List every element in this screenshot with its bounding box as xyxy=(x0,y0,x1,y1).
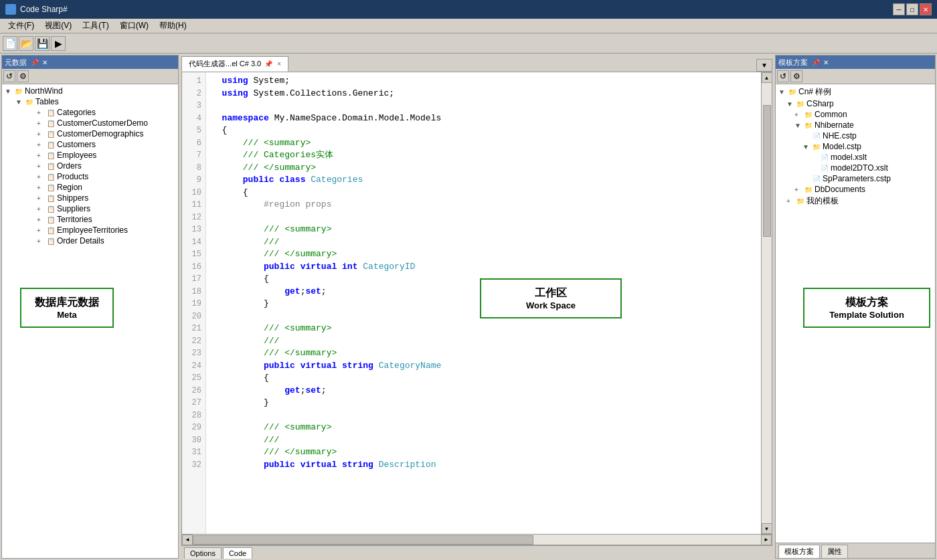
tree-table-item[interactable]: +📋EmployeeTerritories xyxy=(35,225,177,236)
code-line: public virtual string Description xyxy=(211,459,756,472)
tree-file-item[interactable]: 📄model2DTO.xslt xyxy=(809,163,934,173)
scroll-thumb xyxy=(193,535,533,545)
tree-folder-item[interactable]: +📁DbDocuments xyxy=(793,184,934,195)
menu-help[interactable]: 帮助(H) xyxy=(154,19,192,33)
line-number: 13 xyxy=(182,223,205,236)
line-number: 18 xyxy=(182,286,205,298)
menu-window[interactable]: 窗口(W) xyxy=(114,19,154,33)
right-panel-title: 模板方案 xyxy=(778,58,808,68)
tree-table-item[interactable]: +📋Customers xyxy=(35,139,177,150)
tree-table-item[interactable]: +📋Employees xyxy=(35,150,177,161)
tree-table-item[interactable]: +📋Shippers xyxy=(35,193,177,203)
meta-settings-button[interactable]: ⚙ xyxy=(17,70,29,82)
tab-nav-button[interactable]: ▼ xyxy=(756,59,772,72)
line-number: 19 xyxy=(182,298,205,310)
new-file-button[interactable]: 📄 xyxy=(3,36,17,51)
right-panel-close[interactable]: ✕ xyxy=(822,59,830,66)
tree-folder-item[interactable]: ▼📁Nhibernate xyxy=(793,120,934,130)
tree-file-item[interactable]: 📄model.xslt xyxy=(809,152,934,163)
minimize-button[interactable]: ─ xyxy=(893,3,905,15)
tree-table-item[interactable]: +📋Categories xyxy=(35,107,177,118)
tree-tables[interactable]: ▼ 📁 Tables xyxy=(14,96,177,107)
tree-table-item[interactable]: +📋Region xyxy=(35,182,177,193)
code-line xyxy=(211,211,756,224)
line-number: 24 xyxy=(182,360,205,373)
scroll-right-button[interactable]: ► xyxy=(761,535,772,545)
scroll-up-button[interactable]: ▲ xyxy=(762,72,772,83)
menu-view[interactable]: 视图(V) xyxy=(39,19,77,33)
open-file-button[interactable]: 📂 xyxy=(19,36,33,51)
line-number: 7 xyxy=(182,149,205,162)
meta-refresh-button[interactable]: ↺ xyxy=(3,70,15,82)
properties-tab[interactable]: 属性 xyxy=(821,545,848,558)
code-line: /// <summary> xyxy=(211,322,756,335)
right-panel-pin[interactable]: 📌 xyxy=(811,59,821,66)
line-number: 2 xyxy=(182,88,205,100)
code-line: } xyxy=(211,397,756,409)
line-number: 30 xyxy=(182,434,205,447)
maximize-button[interactable]: □ xyxy=(906,3,918,15)
template-solution-tab[interactable]: 模板方案 xyxy=(778,545,820,558)
left-panel-close[interactable]: ✕ xyxy=(41,59,49,66)
tree-table-item[interactable]: +📋Suppliers xyxy=(35,203,177,214)
line-number: 29 xyxy=(182,422,205,434)
code-line: #region props xyxy=(211,199,756,211)
line-numbers: 1234567891011121314151617181920212223242… xyxy=(182,72,206,534)
vertical-scrollbar[interactable]: ▲ ▼ xyxy=(761,72,772,534)
menu-tools[interactable]: 工具(T) xyxy=(77,19,114,33)
scroll-down-button[interactable]: ▼ xyxy=(762,523,772,534)
tree-folder-item[interactable]: +📁我的模板 xyxy=(785,195,934,207)
line-number: 5 xyxy=(182,124,205,137)
tree-table-item[interactable]: +📋Order Details xyxy=(35,236,177,246)
line-number: 23 xyxy=(182,347,205,360)
code-line xyxy=(211,409,756,422)
save-button[interactable]: 💾 xyxy=(35,36,50,51)
left-annotation-en: Meta xyxy=(35,310,99,320)
code-line: { xyxy=(211,187,756,199)
code-line: /// Categories实体 xyxy=(211,149,756,162)
tree-root-label: NorthWind xyxy=(25,86,63,96)
template-refresh-button[interactable]: ↺ xyxy=(777,70,789,82)
tree-table-item[interactable]: +📋Orders xyxy=(35,161,177,171)
code-line: namespace My.NameSpace.Domain.Model.Mode… xyxy=(211,112,756,125)
line-number: 22 xyxy=(182,335,205,348)
menu-file[interactable]: 文件(F) xyxy=(3,19,39,33)
center-annotation-en: Work Space xyxy=(495,300,607,310)
tree-file-item[interactable]: 📄NHE.cstp xyxy=(801,130,934,141)
scroll-left-button[interactable]: ◄ xyxy=(182,535,193,545)
tree-table-item[interactable]: +📋CustomerDemographics xyxy=(35,128,177,139)
tree-folder-item[interactable]: +📁Common xyxy=(793,109,934,120)
tree-table-item[interactable]: +📋Products xyxy=(35,171,177,182)
options-tab[interactable]: Options xyxy=(184,547,222,559)
code-line: /// </summary> xyxy=(211,248,756,261)
left-annotation-cn: 数据库元数据 xyxy=(35,296,99,310)
center-panel: 代码生成器...el C# 3.0 📌 × ▼ 1234567891011121… xyxy=(181,55,772,559)
main-layout: 元数据 📌 ✕ ↺ ⚙ ▼ 📁 NorthWind ▼ 📁 xyxy=(0,54,937,560)
right-tree-root[interactable]: ▼📁Cn# 样例 xyxy=(777,86,934,98)
code-tab[interactable]: Code xyxy=(223,547,252,559)
right-bottom-tabs: 模板方案 属性 xyxy=(776,543,935,558)
line-number: 6 xyxy=(182,137,205,150)
tree-folder-item[interactable]: ▼📁Model.cstp xyxy=(801,141,934,152)
left-panel-pin[interactable]: 📌 xyxy=(29,59,40,66)
run-button[interactable]: ▶ xyxy=(51,36,66,51)
code-line: using System; xyxy=(211,75,756,88)
tree-folder-item[interactable]: ▼📁CSharp xyxy=(785,98,934,109)
tree-table-item[interactable]: +📋Territories xyxy=(35,214,177,225)
tree-root[interactable]: ▼ 📁 NorthWind xyxy=(3,86,177,96)
left-panel-header: 元数据 📌 ✕ xyxy=(2,56,178,69)
code-line: /// xyxy=(211,236,756,249)
code-line: /// xyxy=(211,434,756,447)
template-settings-button[interactable]: ⚙ xyxy=(790,70,802,82)
tree-table-item[interactable]: +📋CustomerCustomerDemo xyxy=(35,118,177,128)
close-button[interactable]: ✕ xyxy=(920,3,932,15)
line-number: 9 xyxy=(182,174,205,187)
code-line: /// <summary> xyxy=(211,137,756,150)
tab-close-icon[interactable]: × xyxy=(277,60,281,68)
tab-pin-icon[interactable]: 📌 xyxy=(264,60,272,68)
tree-file-item[interactable]: 📄SpParameters.cstp xyxy=(801,173,934,184)
code-line: { xyxy=(211,372,756,385)
main-tab[interactable]: 代码生成器...el C# 3.0 📌 × xyxy=(181,56,288,72)
line-number: 20 xyxy=(182,310,205,323)
horizontal-scrollbar[interactable]: ◄ ► xyxy=(182,534,772,545)
